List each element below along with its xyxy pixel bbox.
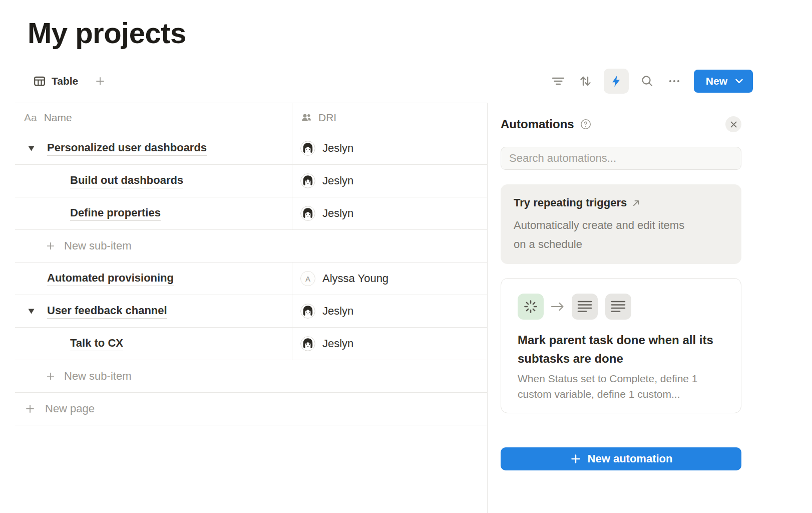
avatar-jeslyn	[300, 141, 315, 156]
arrow-right-icon	[550, 301, 565, 312]
add-view-button[interactable]	[94, 75, 106, 87]
dri-name: Jeslyn	[322, 174, 353, 187]
avatar-jeslyn	[300, 336, 315, 351]
dri-cell[interactable]: Jeslyn	[292, 295, 487, 327]
dri-name: Jeslyn	[322, 305, 353, 318]
new-automation-button[interactable]: New automation	[501, 447, 741, 470]
page-link[interactable]: Personalized user dashboards	[47, 141, 207, 156]
page-title: My projects	[28, 17, 186, 49]
avatar-jeslyn	[300, 304, 315, 319]
automations-panel-header: Automations	[501, 114, 741, 134]
promo-description-line: on a schedule	[514, 235, 728, 254]
view-tabs-bar: Table	[33, 69, 106, 93]
help-button[interactable]	[579, 118, 592, 131]
text-type-icon: Aa	[24, 112, 37, 124]
table-view-icon	[33, 75, 46, 88]
automations-panel: Automations Try repeating triggers	[501, 0, 741, 513]
new-sub-item-button[interactable]: New sub-item	[15, 360, 487, 392]
dri-name: Jeslyn	[322, 207, 353, 220]
panel-divider	[487, 103, 488, 513]
search-automations-input[interactable]	[501, 147, 741, 170]
page-link[interactable]: Define properties	[70, 206, 161, 221]
table-row[interactable]: User feedback channel Jeslyn	[15, 295, 487, 328]
table-row[interactable]: Talk to CX Jeslyn	[15, 328, 487, 360]
avatar-jeslyn	[300, 173, 315, 188]
table-header-row: Aa Name DRI	[15, 103, 487, 132]
table-row[interactable]: Personalized user dashboards Jeslyn	[15, 132, 487, 165]
table-row[interactable]: Automated provisioning A Alyssa Young	[15, 263, 487, 295]
automation-card[interactable]: Mark parent task done when all its subta…	[501, 278, 741, 413]
repeat-trigger-icon	[518, 294, 544, 320]
automation-title-line: Mark parent task done when all its	[518, 331, 724, 349]
table-row: New sub-item	[15, 360, 487, 393]
dri-name: Jeslyn	[322, 337, 353, 350]
dri-cell[interactable]: Jeslyn	[292, 165, 487, 197]
avatar-jeslyn	[300, 206, 315, 221]
promo-description-line: Automatically create and edit items	[514, 216, 728, 235]
page-link[interactable]: Build out dashboards	[70, 174, 183, 188]
table-row[interactable]: Define properties Jeslyn	[15, 197, 487, 230]
new-page-button[interactable]: New page	[15, 393, 487, 425]
column-header-name[interactable]: Aa Name	[15, 103, 292, 132]
projects-table: Aa Name DRI	[15, 103, 487, 425]
automation-description-line: custom variable, define 1 custom...	[518, 386, 724, 402]
dri-cell[interactable]: A Alyssa Young	[292, 263, 487, 295]
edit-property-icon	[572, 294, 598, 320]
plus-icon	[24, 403, 36, 415]
page-link[interactable]: User feedback channel	[47, 304, 167, 319]
dri-name: Jeslyn	[322, 142, 353, 155]
new-page-label: New page	[45, 402, 95, 415]
dri-name: Alyssa Young	[322, 272, 388, 285]
plus-icon	[570, 453, 582, 465]
promo-title: Try repeating triggers	[514, 196, 627, 209]
people-icon	[300, 112, 312, 124]
column-label: DRI	[318, 112, 336, 124]
dri-cell[interactable]: Jeslyn	[292, 197, 487, 229]
notion-app-window: My projects Table	[0, 0, 812, 513]
page-link[interactable]: Talk to CX	[70, 337, 123, 351]
table-row: New sub-item	[15, 230, 487, 263]
avatar-letter-a: A	[300, 271, 315, 286]
page-link[interactable]: Automated provisioning	[47, 272, 174, 286]
column-header-dri[interactable]: DRI	[292, 103, 487, 132]
new-sub-item-button[interactable]: New sub-item	[15, 230, 487, 262]
plus-icon	[45, 371, 56, 382]
table-row[interactable]: Build out dashboards Jeslyn	[15, 165, 487, 197]
new-automation-label: New automation	[588, 452, 673, 465]
repeating-triggers-promo-card[interactable]: Try repeating triggers Automatically cre…	[501, 184, 741, 264]
automation-title-line: subtasks are done	[518, 349, 724, 368]
automation-description-line: When Status set to Complete, define 1	[518, 371, 724, 386]
dri-cell[interactable]: Jeslyn	[292, 132, 487, 164]
tab-table[interactable]: Table	[33, 75, 78, 88]
arrow-up-right-icon	[632, 199, 640, 207]
automation-icon-row	[518, 294, 724, 320]
view-tab-label: Table	[52, 75, 78, 87]
toggle-expand-icon[interactable]	[25, 305, 38, 318]
edit-property-icon	[605, 294, 631, 320]
toggle-expand-icon[interactable]	[25, 142, 38, 155]
close-panel-button[interactable]	[725, 116, 741, 132]
column-label: Name	[44, 112, 72, 124]
dri-cell[interactable]: Jeslyn	[292, 328, 487, 360]
plus-icon	[45, 240, 56, 251]
new-sub-item-label: New sub-item	[64, 370, 131, 383]
close-icon	[730, 121, 737, 128]
plus-icon	[94, 75, 106, 87]
table-row: New page	[15, 393, 487, 425]
panel-title: Automations	[501, 117, 574, 131]
new-sub-item-label: New sub-item	[64, 239, 131, 252]
